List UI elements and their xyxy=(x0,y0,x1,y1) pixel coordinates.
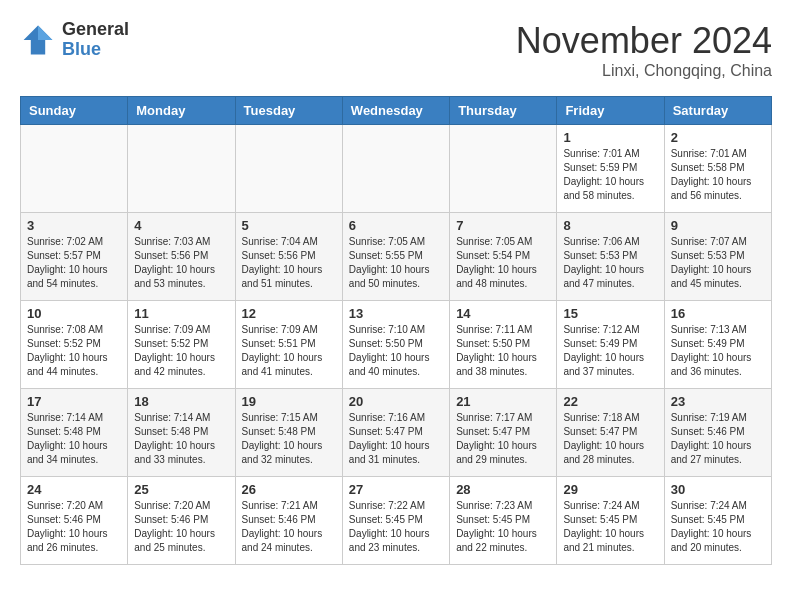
day-cell: 14Sunrise: 7:11 AM Sunset: 5:50 PM Dayli… xyxy=(450,301,557,389)
day-number: 1 xyxy=(563,130,657,145)
week-row-2: 3Sunrise: 7:02 AM Sunset: 5:57 PM Daylig… xyxy=(21,213,772,301)
day-cell xyxy=(342,125,449,213)
calendar-table: SundayMondayTuesdayWednesdayThursdayFrid… xyxy=(20,96,772,565)
day-number: 10 xyxy=(27,306,121,321)
day-number: 27 xyxy=(349,482,443,497)
day-number: 21 xyxy=(456,394,550,409)
day-info: Sunrise: 7:21 AM Sunset: 5:46 PM Dayligh… xyxy=(242,499,336,555)
day-info: Sunrise: 7:09 AM Sunset: 5:52 PM Dayligh… xyxy=(134,323,228,379)
svg-marker-1 xyxy=(38,25,52,39)
day-cell: 22Sunrise: 7:18 AM Sunset: 5:47 PM Dayli… xyxy=(557,389,664,477)
day-info: Sunrise: 7:20 AM Sunset: 5:46 PM Dayligh… xyxy=(27,499,121,555)
day-cell: 21Sunrise: 7:17 AM Sunset: 5:47 PM Dayli… xyxy=(450,389,557,477)
header-monday: Monday xyxy=(128,97,235,125)
day-number: 18 xyxy=(134,394,228,409)
day-cell: 8Sunrise: 7:06 AM Sunset: 5:53 PM Daylig… xyxy=(557,213,664,301)
day-cell: 1Sunrise: 7:01 AM Sunset: 5:59 PM Daylig… xyxy=(557,125,664,213)
day-info: Sunrise: 7:13 AM Sunset: 5:49 PM Dayligh… xyxy=(671,323,765,379)
day-cell: 23Sunrise: 7:19 AM Sunset: 5:46 PM Dayli… xyxy=(664,389,771,477)
logo-text: General Blue xyxy=(62,20,129,60)
day-number: 13 xyxy=(349,306,443,321)
day-cell: 30Sunrise: 7:24 AM Sunset: 5:45 PM Dayli… xyxy=(664,477,771,565)
logo-general: General xyxy=(62,20,129,40)
day-cell: 13Sunrise: 7:10 AM Sunset: 5:50 PM Dayli… xyxy=(342,301,449,389)
day-number: 22 xyxy=(563,394,657,409)
day-info: Sunrise: 7:16 AM Sunset: 5:47 PM Dayligh… xyxy=(349,411,443,467)
day-cell: 27Sunrise: 7:22 AM Sunset: 5:45 PM Dayli… xyxy=(342,477,449,565)
day-cell: 18Sunrise: 7:14 AM Sunset: 5:48 PM Dayli… xyxy=(128,389,235,477)
week-row-3: 10Sunrise: 7:08 AM Sunset: 5:52 PM Dayli… xyxy=(21,301,772,389)
day-number: 2 xyxy=(671,130,765,145)
day-info: Sunrise: 7:03 AM Sunset: 5:56 PM Dayligh… xyxy=(134,235,228,291)
day-cell xyxy=(450,125,557,213)
day-cell: 16Sunrise: 7:13 AM Sunset: 5:49 PM Dayli… xyxy=(664,301,771,389)
day-number: 7 xyxy=(456,218,550,233)
day-number: 11 xyxy=(134,306,228,321)
header-thursday: Thursday xyxy=(450,97,557,125)
day-number: 30 xyxy=(671,482,765,497)
day-info: Sunrise: 7:01 AM Sunset: 5:59 PM Dayligh… xyxy=(563,147,657,203)
day-cell: 15Sunrise: 7:12 AM Sunset: 5:49 PM Dayli… xyxy=(557,301,664,389)
day-number: 17 xyxy=(27,394,121,409)
day-number: 14 xyxy=(456,306,550,321)
day-cell: 10Sunrise: 7:08 AM Sunset: 5:52 PM Dayli… xyxy=(21,301,128,389)
day-cell: 29Sunrise: 7:24 AM Sunset: 5:45 PM Dayli… xyxy=(557,477,664,565)
day-cell xyxy=(21,125,128,213)
day-number: 3 xyxy=(27,218,121,233)
day-cell: 3Sunrise: 7:02 AM Sunset: 5:57 PM Daylig… xyxy=(21,213,128,301)
location: Linxi, Chongqing, China xyxy=(516,62,772,80)
header-wednesday: Wednesday xyxy=(342,97,449,125)
day-info: Sunrise: 7:05 AM Sunset: 5:54 PM Dayligh… xyxy=(456,235,550,291)
week-row-5: 24Sunrise: 7:20 AM Sunset: 5:46 PM Dayli… xyxy=(21,477,772,565)
day-number: 4 xyxy=(134,218,228,233)
day-info: Sunrise: 7:20 AM Sunset: 5:46 PM Dayligh… xyxy=(134,499,228,555)
day-number: 25 xyxy=(134,482,228,497)
day-cell: 20Sunrise: 7:16 AM Sunset: 5:47 PM Dayli… xyxy=(342,389,449,477)
day-info: Sunrise: 7:10 AM Sunset: 5:50 PM Dayligh… xyxy=(349,323,443,379)
day-info: Sunrise: 7:05 AM Sunset: 5:55 PM Dayligh… xyxy=(349,235,443,291)
day-number: 5 xyxy=(242,218,336,233)
logo-blue: Blue xyxy=(62,40,129,60)
day-number: 29 xyxy=(563,482,657,497)
day-info: Sunrise: 7:08 AM Sunset: 5:52 PM Dayligh… xyxy=(27,323,121,379)
day-info: Sunrise: 7:07 AM Sunset: 5:53 PM Dayligh… xyxy=(671,235,765,291)
day-number: 12 xyxy=(242,306,336,321)
day-cell: 26Sunrise: 7:21 AM Sunset: 5:46 PM Dayli… xyxy=(235,477,342,565)
header-sunday: Sunday xyxy=(21,97,128,125)
day-number: 16 xyxy=(671,306,765,321)
day-number: 24 xyxy=(27,482,121,497)
day-number: 19 xyxy=(242,394,336,409)
logo: General Blue xyxy=(20,20,129,60)
day-info: Sunrise: 7:09 AM Sunset: 5:51 PM Dayligh… xyxy=(242,323,336,379)
day-info: Sunrise: 7:24 AM Sunset: 5:45 PM Dayligh… xyxy=(563,499,657,555)
day-cell: 11Sunrise: 7:09 AM Sunset: 5:52 PM Dayli… xyxy=(128,301,235,389)
day-info: Sunrise: 7:24 AM Sunset: 5:45 PM Dayligh… xyxy=(671,499,765,555)
day-info: Sunrise: 7:15 AM Sunset: 5:48 PM Dayligh… xyxy=(242,411,336,467)
day-number: 6 xyxy=(349,218,443,233)
day-info: Sunrise: 7:23 AM Sunset: 5:45 PM Dayligh… xyxy=(456,499,550,555)
day-number: 26 xyxy=(242,482,336,497)
day-info: Sunrise: 7:01 AM Sunset: 5:58 PM Dayligh… xyxy=(671,147,765,203)
day-cell: 6Sunrise: 7:05 AM Sunset: 5:55 PM Daylig… xyxy=(342,213,449,301)
day-info: Sunrise: 7:02 AM Sunset: 5:57 PM Dayligh… xyxy=(27,235,121,291)
day-number: 9 xyxy=(671,218,765,233)
day-cell: 5Sunrise: 7:04 AM Sunset: 5:56 PM Daylig… xyxy=(235,213,342,301)
day-cell: 4Sunrise: 7:03 AM Sunset: 5:56 PM Daylig… xyxy=(128,213,235,301)
header-saturday: Saturday xyxy=(664,97,771,125)
day-cell xyxy=(128,125,235,213)
day-info: Sunrise: 7:22 AM Sunset: 5:45 PM Dayligh… xyxy=(349,499,443,555)
week-row-4: 17Sunrise: 7:14 AM Sunset: 5:48 PM Dayli… xyxy=(21,389,772,477)
day-info: Sunrise: 7:19 AM Sunset: 5:46 PM Dayligh… xyxy=(671,411,765,467)
day-cell: 9Sunrise: 7:07 AM Sunset: 5:53 PM Daylig… xyxy=(664,213,771,301)
day-cell: 24Sunrise: 7:20 AM Sunset: 5:46 PM Dayli… xyxy=(21,477,128,565)
day-cell: 12Sunrise: 7:09 AM Sunset: 5:51 PM Dayli… xyxy=(235,301,342,389)
logo-icon xyxy=(20,22,56,58)
day-info: Sunrise: 7:17 AM Sunset: 5:47 PM Dayligh… xyxy=(456,411,550,467)
day-cell: 2Sunrise: 7:01 AM Sunset: 5:58 PM Daylig… xyxy=(664,125,771,213)
week-row-1: 1Sunrise: 7:01 AM Sunset: 5:59 PM Daylig… xyxy=(21,125,772,213)
day-info: Sunrise: 7:12 AM Sunset: 5:49 PM Dayligh… xyxy=(563,323,657,379)
day-info: Sunrise: 7:04 AM Sunset: 5:56 PM Dayligh… xyxy=(242,235,336,291)
month-title: November 2024 xyxy=(516,20,772,62)
day-cell: 28Sunrise: 7:23 AM Sunset: 5:45 PM Dayli… xyxy=(450,477,557,565)
day-cell: 7Sunrise: 7:05 AM Sunset: 5:54 PM Daylig… xyxy=(450,213,557,301)
